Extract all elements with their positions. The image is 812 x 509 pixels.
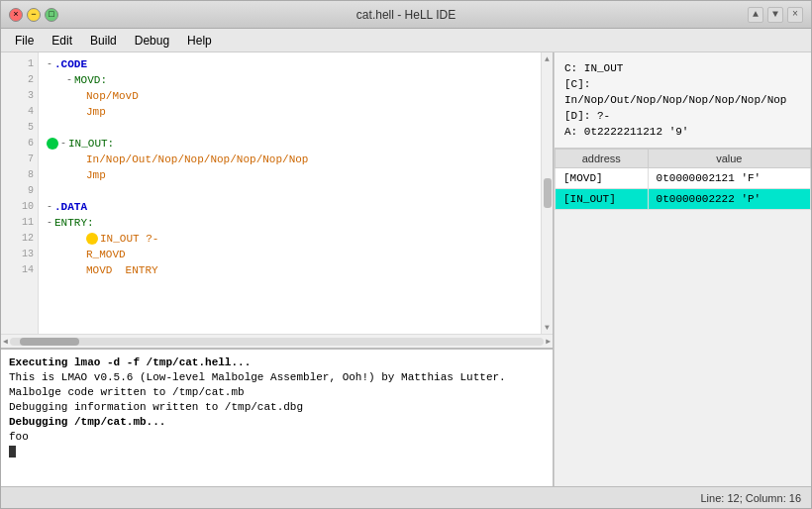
code-text-11: ENTRY: xyxy=(54,215,94,231)
scroll-left-arrow[interactable]: ◀ xyxy=(3,337,8,346)
table-header-address: address xyxy=(556,150,649,168)
code-line-9 xyxy=(47,183,533,199)
debug-d-label: [D]: xyxy=(564,110,590,122)
code-text-3: Nop/MovD xyxy=(86,88,139,104)
code-line-6: - IN_OUT: xyxy=(47,136,533,152)
terminal-line-2: This is LMAO v0.5.6 (Low-level Malbolge … xyxy=(9,370,545,385)
code-line-10: - .DATA xyxy=(47,199,533,215)
debug-d-value: ?- xyxy=(597,110,610,122)
scroll-down-arrow[interactable]: ▼ xyxy=(545,323,550,332)
main-window: × − □ cat.hell - HeLL IDE ▲ ▼ × File Edi… xyxy=(0,0,812,509)
right-panel: C: IN_OUT [C]: In/Nop/Out/Nop/Nop/Nop/No… xyxy=(554,52,811,486)
table-header-value: value xyxy=(648,150,810,168)
table-cell-address-2: [IN_OUT] xyxy=(556,189,649,210)
debug-a-value: 0t2222211212 '9' xyxy=(584,126,689,138)
code-text-8: Jmp xyxy=(86,167,106,183)
editor-area[interactable]: 1 2 3 4 5 6 7 8 9 10 11 12 13 14 xyxy=(1,52,553,334)
nav-down-button[interactable]: ▼ xyxy=(767,7,783,23)
terminal-cursor-line xyxy=(9,445,545,459)
code-text-6: IN_OUT: xyxy=(68,136,114,152)
title-bar: × − □ cat.hell - HeLL IDE ▲ ▼ × xyxy=(1,1,811,29)
code-text-14: MOVD ENTRY xyxy=(86,262,158,278)
debug-info: C: IN_OUT [C]: In/Nop/Out/Nop/Nop/Nop/No… xyxy=(555,52,811,149)
cursor xyxy=(9,446,16,458)
code-line-3: Nop/MovD xyxy=(47,88,533,104)
menu-help[interactable]: Help xyxy=(179,31,220,51)
horizontal-scrollbar[interactable]: ◀ ▶ xyxy=(1,334,553,348)
debug-c-detail-value: In/Nop/Out/Nop/Nop/Nop/Nop/Nop/Nop xyxy=(564,94,786,106)
collapse-6[interactable]: - xyxy=(60,136,66,152)
scrollbar-track[interactable] xyxy=(10,338,544,346)
debug-a-label: A: xyxy=(564,126,577,138)
debug-c-line: C: IN_OUT xyxy=(564,60,801,76)
terminal-text-5: Debugging /tmp/cat.mb... xyxy=(9,416,165,428)
code-line-8: Jmp xyxy=(47,167,533,183)
line-numbers: 1 2 3 4 5 6 7 8 9 10 11 12 13 14 xyxy=(1,52,39,334)
menu-edit[interactable]: Edit xyxy=(44,31,80,51)
editor-panel: 1 2 3 4 5 6 7 8 9 10 11 12 13 14 xyxy=(1,52,554,486)
terminal-line-1: Executing lmao -d -f /tmp/cat.hell... xyxy=(9,356,545,370)
debug-c-detail-label: [C]: xyxy=(564,78,590,90)
close-button[interactable]: × xyxy=(9,8,23,22)
collapse-2[interactable]: - xyxy=(66,72,72,88)
terminal-text-1: Executing lmao -d -f /tmp/cat.hell... xyxy=(9,356,251,368)
table-cell-address-1: [MOVD] xyxy=(556,168,649,189)
title-right-controls: ▲ ▼ × xyxy=(748,7,803,23)
scroll-up-arrow[interactable]: ▲ xyxy=(545,54,550,63)
collapse-11[interactable]: - xyxy=(47,215,52,231)
scroll-right-arrow[interactable]: ▶ xyxy=(546,337,551,346)
code-text-4: Jmp xyxy=(86,104,106,120)
status-text: Line: 12; Column: 16 xyxy=(700,492,801,504)
nav-close-button[interactable]: × xyxy=(787,7,803,23)
collapse-1[interactable]: - xyxy=(47,56,52,72)
debug-c-detail-line: [C]: In/Nop/Out/Nop/Nop/Nop/Nop/Nop/Nop xyxy=(564,76,801,108)
vertical-scrollbar[interactable]: ▲ ▼ xyxy=(541,52,553,334)
code-text-13: R_MOVD xyxy=(86,247,126,262)
scrollbar-thumb[interactable] xyxy=(20,338,79,346)
debug-d-line: [D]: ?- xyxy=(564,108,801,124)
code-line-14: MOVD ENTRY xyxy=(47,262,533,278)
code-editor[interactable]: - .CODE - MOVD: Nop/MovD Jmp xyxy=(39,52,541,334)
debug-marker-green xyxy=(47,138,58,150)
code-line-4: Jmp xyxy=(47,104,533,120)
code-text-10: .DATA xyxy=(54,199,87,215)
code-text-1: .CODE xyxy=(54,56,87,72)
register-table: address value [MOVD] 0t0000002121 'F' [I… xyxy=(555,149,811,210)
terminal-line-6: foo xyxy=(9,430,545,445)
debug-c-label: C: xyxy=(564,62,577,74)
table-cell-value-2: 0t0000002222 'P' xyxy=(648,189,810,210)
window-controls: × − □ xyxy=(9,8,58,22)
table-row-2: [IN_OUT] 0t0000002222 'P' xyxy=(556,189,811,210)
debug-c-value: IN_OUT xyxy=(584,62,624,74)
status-bar: Line: 12; Column: 16 xyxy=(1,486,811,508)
table-cell-value-1: 0t0000002121 'F' xyxy=(648,168,810,189)
code-line-7: In/Nop/Out/Nop/Nop/Nop/Nop/Nop/Nop xyxy=(47,152,533,167)
terminal-panel[interactable]: Executing lmao -d -f /tmp/cat.hell... Th… xyxy=(1,348,553,486)
code-text-12: IN_OUT ?- xyxy=(100,231,158,247)
code-line-2: - MOVD: xyxy=(47,72,533,88)
menu-bar: File Edit Build Debug Help xyxy=(1,29,811,52)
code-line-12: IN_OUT ?- xyxy=(47,231,533,247)
code-text-7: In/Nop/Out/Nop/Nop/Nop/Nop/Nop/Nop xyxy=(86,152,308,167)
menu-debug[interactable]: Debug xyxy=(127,31,177,51)
menu-file[interactable]: File xyxy=(7,31,42,51)
scroll-thumb[interactable] xyxy=(544,178,552,208)
terminal-line-3: Malbolge code written to /tmp/cat.mb xyxy=(9,385,545,400)
maximize-button[interactable]: □ xyxy=(45,8,58,22)
code-line-5 xyxy=(47,120,533,136)
code-text-2: MOVD: xyxy=(74,72,107,88)
debug-marker-yellow xyxy=(86,233,98,245)
main-content: 1 2 3 4 5 6 7 8 9 10 11 12 13 14 xyxy=(1,52,811,486)
terminal-line-5: Debugging /tmp/cat.mb... xyxy=(9,415,545,430)
debug-a-line: A: 0t2222211212 '9' xyxy=(564,124,801,140)
collapse-10[interactable]: - xyxy=(47,199,52,215)
code-line-11: - ENTRY: xyxy=(47,215,533,231)
terminal-line-4: Debugging information written to /tmp/ca… xyxy=(9,400,545,415)
code-line-1: - .CODE xyxy=(47,56,533,72)
code-line-13: R_MOVD xyxy=(47,247,533,262)
minimize-button[interactable]: − xyxy=(27,8,41,22)
table-row-1: [MOVD] 0t0000002121 'F' xyxy=(556,168,811,189)
window-title: cat.hell - HeLL IDE xyxy=(356,8,456,22)
nav-up-button[interactable]: ▲ xyxy=(748,7,763,23)
menu-build[interactable]: Build xyxy=(82,31,125,51)
